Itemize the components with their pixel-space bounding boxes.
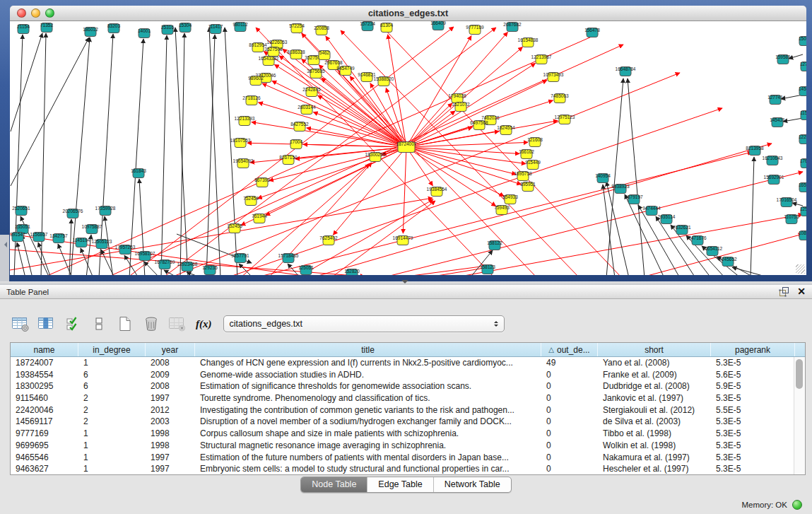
network-node[interactable]: 10975887 <box>82 224 102 234</box>
network-node[interactable]: 166162 <box>519 149 534 159</box>
network-node[interactable]: 1156867 <box>30 232 48 242</box>
network-node[interactable]: 5462 <box>319 50 330 60</box>
network-node[interactable]: 20206576 <box>63 209 83 218</box>
vertical-scrollbar[interactable] <box>794 357 805 474</box>
column-header-year[interactable]: year <box>146 343 195 356</box>
network-node[interactable]: 9245652 <box>719 257 737 267</box>
network-node[interactable]: 16782759 <box>155 259 175 269</box>
network-node[interactable]: 8427552 <box>290 122 309 132</box>
network-node[interactable]: 17359928 <box>95 206 116 216</box>
network-node[interactable]: 572254 <box>289 23 305 33</box>
column-header-title[interactable]: title <box>195 343 541 356</box>
network-node[interactable]: 7632621 <box>673 225 691 235</box>
select-rows-icon[interactable] <box>64 315 82 333</box>
network-node[interactable]: 129235 <box>202 265 218 275</box>
network-node[interactable]: 14001 <box>138 28 151 38</box>
network-node[interactable]: 8938923 <box>611 184 630 194</box>
tab-network-table[interactable]: Network Table <box>433 477 511 492</box>
network-node[interactable]: 110753 <box>784 214 799 224</box>
network-node[interactable]: 111417 <box>208 24 223 34</box>
tab-node-table[interactable]: Node Table <box>301 477 367 492</box>
network-node[interactable]: 15097 <box>799 36 806 46</box>
network-node[interactable]: 10654112 <box>702 246 723 256</box>
scrollbar-thumb[interactable] <box>796 359 803 389</box>
network-node[interactable]: 158122 <box>487 240 502 250</box>
network-node[interactable]: 915449 <box>525 160 541 170</box>
network-node[interactable]: 8454749 <box>336 66 355 76</box>
network-node[interactable]: 8213958 <box>746 146 764 156</box>
network-node[interactable]: 25316 <box>161 25 174 35</box>
network-node[interactable]: 159581 <box>775 54 791 64</box>
network-node[interactable]: 2718126 <box>242 95 261 105</box>
network-node[interactable]: 989602 <box>248 76 264 86</box>
network-node[interactable]: 10892 <box>799 230 806 240</box>
network-node[interactable]: 83203 <box>107 23 120 33</box>
network-node[interactable]: 12213393 <box>235 116 255 126</box>
column-header-short[interactable]: short <box>598 343 711 356</box>
network-node[interactable]: 16543382 <box>259 56 279 66</box>
network-node[interactable]: 16648784 <box>616 66 636 76</box>
network-node[interactable]: 152820 <box>344 269 360 275</box>
network-node[interactable]: 7625402 <box>319 235 338 245</box>
table-row[interactable]: 1872400712008Changes of HCN gene express… <box>11 357 805 369</box>
column-header-in_degree[interactable]: in_degree <box>78 343 146 356</box>
network-node[interactable]: 71352 <box>40 23 53 33</box>
network-node[interactable]: 1145194 <box>73 238 90 247</box>
network-node[interactable]: 152455 <box>227 223 242 233</box>
network-node[interactable]: 1824554 <box>497 125 515 135</box>
network-node[interactable]: 156478 <box>584 28 600 37</box>
network-node[interactable]: 81304 <box>380 23 393 33</box>
network-node[interactable]: 16154838 <box>518 37 539 47</box>
delete-rows-icon[interactable] <box>142 315 160 333</box>
network-node[interactable]: 8186328 <box>287 49 305 59</box>
network-node[interactable]: 17004 <box>290 139 302 149</box>
network-node[interactable]: 7485063 <box>551 93 569 103</box>
network-window-titlebar[interactable]: citations_edges.txt <box>10 6 806 21</box>
column-header-name[interactable]: name <box>11 343 78 356</box>
network-node[interactable]: 140954 <box>595 173 611 183</box>
network-node[interactable]: 18107553 <box>230 138 251 148</box>
table-row[interactable]: 946554611997Estimation of the future num… <box>11 452 805 464</box>
network-node[interactable]: 12581 <box>800 206 806 216</box>
column-header-out_de[interactable]: △out_de... <box>541 343 598 356</box>
network-node[interactable]: 980112 <box>233 22 248 32</box>
network-node[interactable]: 17016504 <box>777 197 797 207</box>
network-node[interactable]: 16914479 <box>393 235 413 245</box>
network-node[interactable]: 759493 <box>494 205 510 215</box>
network-graph[interactable]: 2115471352186012832031400125316153041114… <box>10 21 806 275</box>
table-row[interactable]: 1830029562008Estimation of significance … <box>11 380 805 392</box>
network-node[interactable]: 2087682 <box>503 22 522 32</box>
table-row[interactable]: 911546021997Tourette syndrome. Phenomeno… <box>11 392 805 404</box>
delete-table-icon[interactable] <box>168 315 187 333</box>
close-panel-icon[interactable]: ✕ <box>797 286 806 297</box>
table-row[interactable]: 2242004622012Investigating the contribut… <box>11 404 805 416</box>
table-selector-dropdown[interactable]: citations_edges.txt <box>223 315 505 332</box>
network-node[interactable]: 2935114 <box>658 214 676 224</box>
network-node[interactable]: 19384554 <box>427 187 447 197</box>
network-node[interactable]: 166409 <box>430 21 446 30</box>
column-header-pagerank[interactable]: pagerank <box>711 343 795 356</box>
network-node[interactable]: 12213987 <box>531 54 552 64</box>
network-node[interactable]: 1621072 <box>452 102 470 112</box>
network-node[interactable]: 12774 <box>800 62 806 71</box>
network-node[interactable]: 15718485 <box>278 253 299 263</box>
network-node[interactable]: 125051 <box>298 265 314 275</box>
network-node[interactable]: 391547 <box>10 232 25 242</box>
network-node[interactable]: 186012 <box>83 27 98 37</box>
table-row[interactable]: 1938455462009Genome-wide association stu… <box>11 369 805 381</box>
network-node[interactable]: 8267150 <box>279 155 298 165</box>
network-node[interactable]: 16210643 <box>763 156 783 165</box>
network-node[interactable]: 17610 <box>800 158 806 168</box>
table-row[interactable]: 1456911722003Disruption of a novel membe… <box>11 416 805 428</box>
network-node[interactable]: 3527508 <box>264 47 283 57</box>
network-node[interactable]: 12210 <box>799 134 806 144</box>
network-node[interactable]: 19654093 <box>233 158 254 168</box>
network-node[interactable]: 11594 <box>800 110 806 120</box>
network-node[interactable]: 15304 <box>179 23 192 33</box>
table-row[interactable]: 946362711997Embryonic stem cells: a mode… <box>11 463 805 475</box>
row-height-icon[interactable] <box>90 315 108 333</box>
table-row[interactable]: 969969511998Structural magnetic resonanc… <box>11 440 805 452</box>
create-table-icon[interactable] <box>116 315 134 333</box>
network-node[interactable]: 158123 <box>480 264 495 274</box>
network-canvas[interactable]: 2115471352186012832031400125316153041114… <box>10 21 806 275</box>
